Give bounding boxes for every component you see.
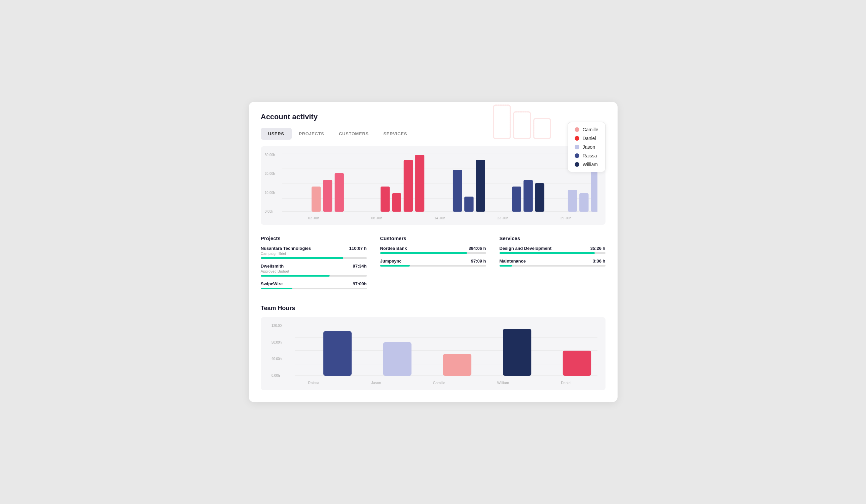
- legend-dot-jason: [575, 145, 579, 149]
- tab-users[interactable]: USERS: [261, 128, 292, 140]
- y-label-10: 10:00h: [265, 191, 275, 195]
- svg-rect-22: [523, 180, 532, 211]
- stat-hours-design: 35:26 h: [590, 246, 606, 251]
- x-label-14jun: 14 Jun: [434, 216, 445, 220]
- x-label-29jun: 29 Jun: [560, 216, 571, 220]
- stat-name-design: Design and Development: [500, 246, 552, 251]
- progress-fill-nordea: [380, 252, 467, 254]
- svg-rect-23: [535, 183, 544, 211]
- svg-rect-2: [534, 118, 551, 139]
- tab-customers[interactable]: CUSTOMERS: [332, 128, 376, 140]
- background-logo: [490, 102, 557, 142]
- svg-rect-14: [380, 186, 390, 211]
- legend-item-jason: Jason: [575, 144, 598, 150]
- stat-item-maintenance: Maintenance 3:36 h: [500, 259, 606, 266]
- svg-rect-19: [464, 197, 474, 211]
- svg-rect-5: [534, 118, 551, 139]
- stat-item-jumpsync: Jumpsync 97:09 h: [380, 259, 486, 266]
- services-title: Services: [500, 236, 606, 241]
- x-label-08jun: 08 Jun: [371, 216, 382, 220]
- legend-dot-daniel: [575, 136, 579, 141]
- stat-name-swipewire: SwipeWire: [261, 281, 283, 286]
- svg-rect-4: [514, 112, 530, 139]
- legend-item-daniel: Daniel: [575, 136, 598, 141]
- legend-item-william: William: [575, 162, 598, 167]
- progress-fill-maintenance: [500, 265, 512, 266]
- y-label-30: 30:00h: [265, 153, 275, 157]
- svg-rect-3: [493, 105, 510, 139]
- stat-name-jumpsync: Jumpsync: [380, 259, 402, 264]
- services-section: Services Design and Development 35:26 h …: [500, 236, 606, 294]
- chart-legend: Camille Daniel Jason Raissa William: [568, 122, 606, 172]
- x-label-23jun: 23 Jun: [497, 216, 508, 220]
- stat-hours-jumpsync: 97:09 h: [471, 259, 486, 264]
- team-label-william: William: [497, 381, 509, 385]
- svg-rect-34: [443, 354, 471, 376]
- stat-item-nordea: Nordea Bank 394:06 h: [380, 246, 486, 254]
- customers-section: Customers Nordea Bank 394:06 h Jumpsync …: [380, 236, 486, 294]
- stat-sub-dwellsmith: Approved Budget: [261, 269, 367, 273]
- svg-rect-12: [323, 180, 332, 211]
- stat-name-nordea: Nordea Bank: [380, 246, 407, 251]
- svg-rect-32: [323, 331, 352, 376]
- chart-y-labels: 30:00h 20:00h 10:00h 0:00h: [265, 153, 275, 213]
- legend-item-camille: Camille: [575, 127, 598, 132]
- svg-rect-17: [415, 155, 424, 211]
- team-label-camille: Camille: [433, 381, 445, 385]
- progress-fill-design: [500, 252, 595, 254]
- team-y-0: 0:00h: [271, 374, 284, 377]
- svg-rect-0: [493, 105, 510, 139]
- legend-dot-william: [575, 162, 579, 167]
- progress-bg-nusantara: [261, 257, 367, 259]
- svg-rect-15: [392, 193, 401, 211]
- legend-dot-raissa: [575, 153, 579, 158]
- projects-title: Projects: [261, 236, 367, 241]
- svg-rect-13: [335, 173, 344, 211]
- svg-rect-36: [563, 351, 591, 376]
- svg-rect-33: [383, 342, 411, 376]
- team-chart-container: 120:00h 50:00h 40:00h 0:00h: [261, 317, 606, 390]
- stat-item-dwellsmith: Dwellsmith 97:34h Approved Budget: [261, 264, 367, 277]
- tab-services[interactable]: SERVICES: [376, 128, 415, 140]
- stat-name-maintenance: Maintenance: [500, 259, 526, 264]
- stat-name-dwellsmith: Dwellsmith: [261, 264, 284, 268]
- progress-bg-jumpsync: [380, 265, 486, 266]
- progress-fill-nusantara: [261, 257, 343, 259]
- main-card: Camille Daniel Jason Raissa William Acco…: [249, 102, 618, 402]
- stat-item-design: Design and Development 35:26 h: [500, 246, 606, 254]
- progress-bg-design: [500, 252, 606, 254]
- team-x-labels: Raissa Jason Camille William Daniel: [269, 379, 598, 385]
- progress-fill-jumpsync: [380, 265, 410, 266]
- customers-title: Customers: [380, 236, 486, 241]
- main-chart-svg: [269, 153, 598, 213]
- progress-bg-nordea: [380, 252, 486, 254]
- progress-bg-dwellsmith: [261, 275, 367, 277]
- team-y-50: 50:00h: [271, 341, 284, 344]
- stat-hours-nordea: 394:06 h: [468, 246, 486, 251]
- stat-hours-dwellsmith: 97:34h: [353, 264, 366, 268]
- team-y-labels: 120:00h 50:00h 40:00h 0:00h: [271, 324, 284, 377]
- stat-sub-nusantara: Campaign Brief: [261, 252, 367, 255]
- tab-projects[interactable]: PROJECTS: [292, 128, 332, 140]
- svg-rect-25: [579, 193, 588, 211]
- stats-row: Projects Nusantara Technologies 110:07 h…: [261, 236, 606, 294]
- legend-label-jason: Jason: [583, 144, 595, 150]
- legend-item-raissa: Raissa: [575, 153, 598, 158]
- svg-rect-24: [568, 190, 577, 211]
- y-label-0: 0:00h: [265, 210, 275, 213]
- legend-label-camille: Camille: [583, 127, 598, 132]
- team-chart-svg: [269, 324, 598, 377]
- svg-rect-35: [503, 329, 531, 376]
- team-label-jason: Jason: [371, 381, 381, 385]
- stat-item-swipewire: SwipeWire 97:09h: [261, 281, 367, 289]
- legend-label-william: William: [583, 162, 598, 167]
- svg-rect-1: [514, 112, 530, 139]
- y-label-20: 20:00h: [265, 172, 275, 175]
- stat-hours-maintenance: 3:36 h: [593, 259, 606, 264]
- svg-rect-16: [403, 160, 412, 211]
- projects-section: Projects Nusantara Technologies 110:07 h…: [261, 236, 367, 294]
- stat-item-nusantara: Nusantara Technologies 110:07 h Campaign…: [261, 246, 367, 259]
- progress-fill-swipewire: [261, 288, 293, 289]
- legend-label-daniel: Daniel: [583, 136, 596, 141]
- progress-bg-maintenance: [500, 265, 606, 266]
